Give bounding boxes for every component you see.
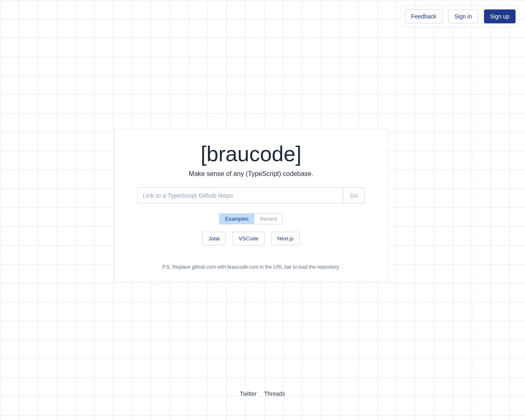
go-button[interactable]: Go bbox=[343, 188, 364, 203]
top-right-panel: Feedback Sign in Sign up bbox=[401, 6, 519, 27]
example-nextjs-button[interactable]: Next.js bbox=[271, 232, 300, 245]
tabs-container: Examples Recent bbox=[137, 213, 365, 224]
footer: Twitter Threads bbox=[0, 390, 525, 397]
repo-input-row: Go bbox=[137, 187, 365, 203]
main-card: [braucode] Make sense of any (TypeScript… bbox=[114, 129, 388, 282]
ps-text: P.S. Replace github.com with braucode.co… bbox=[137, 264, 365, 270]
tab-group: Examples Recent bbox=[219, 213, 283, 224]
repo-url-input[interactable] bbox=[138, 188, 343, 203]
signup-button[interactable]: Sign up bbox=[484, 9, 516, 23]
threads-link[interactable]: Threads bbox=[264, 390, 285, 397]
tagline-text: Make sense of any (TypeScript) codebase. bbox=[137, 170, 365, 178]
example-vscode-button[interactable]: VSCode bbox=[233, 232, 265, 245]
signin-button[interactable]: Sign in bbox=[448, 9, 478, 23]
logo-text: [braucode] bbox=[137, 142, 365, 166]
examples-row: Jotai VSCode Next.js bbox=[137, 232, 365, 245]
tab-recent[interactable]: Recent bbox=[254, 214, 283, 224]
tab-examples[interactable]: Examples bbox=[219, 214, 254, 224]
example-jotai-button[interactable]: Jotai bbox=[202, 232, 226, 245]
twitter-link[interactable]: Twitter bbox=[240, 390, 257, 397]
feedback-button[interactable]: Feedback bbox=[405, 9, 442, 23]
